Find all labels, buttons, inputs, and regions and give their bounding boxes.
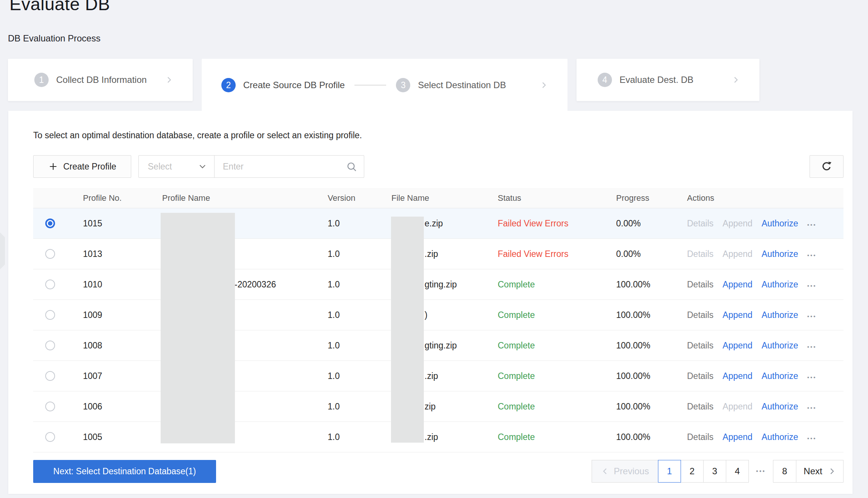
chevron-right-icon [540,81,548,89]
details-action[interactable]: Details [687,371,713,381]
search-field-wrap [215,156,364,177]
append-action[interactable]: Append [722,280,752,290]
append-action[interactable]: Append [722,341,752,351]
step-2-label: Create Source DB Profile [243,80,345,90]
more-actions-icon[interactable]: ••• [807,372,817,380]
step-3[interactable]: 3 Select Destination DB [396,78,506,92]
chevron-right-icon [732,76,740,84]
row-actions: DetailsAppendAuthorize••• [687,218,843,229]
pagination-next-label: Next [804,466,822,477]
cell-progress: 100.00% [616,402,687,412]
more-actions-icon[interactable]: ••• [807,402,817,411]
more-actions-icon[interactable]: ••• [807,311,817,319]
details-action[interactable]: Details [687,280,713,290]
row-radio-1008[interactable] [45,341,55,350]
more-actions-icon[interactable]: ••• [807,250,817,258]
more-actions-icon[interactable]: ••• [807,219,817,228]
row-radio-1015[interactable] [45,218,55,228]
sidebar-collapse-handle[interactable] [0,232,5,269]
row-radio-1010[interactable] [45,280,55,289]
cell-progress: 100.00% [616,310,687,320]
section-label: DB Evaluation Process [8,33,100,44]
authorize-action[interactable]: Authorize [762,249,798,259]
col-profile-no: Profile No. [83,193,162,203]
more-actions-icon[interactable]: ••• [807,280,817,289]
cell-profile-no: 1015 [83,218,162,229]
pagination-page-3[interactable]: 3 [703,460,726,483]
append-action[interactable]: Append [722,310,752,320]
step-card-create-profile-select-destination: 2 Create Source DB Profile 3 Select Dest… [202,59,567,112]
table-row-profile-1009: 10091.0)Complete100.00%DetailsAppendAuth… [33,300,843,330]
pagination-page-1[interactable]: 1 [658,460,681,483]
row-actions: DetailsAppendAuthorize••• [687,310,843,320]
pagination-page-2[interactable]: 2 [681,460,704,483]
cell-progress: 100.00% [616,280,687,290]
step-4: 4 Evaluate Dest. DB [598,73,693,87]
search-input[interactable] [215,156,364,177]
file-name-fragment: .zip [425,249,438,259]
cell-version: 1.0 [328,310,391,320]
create-profile-button[interactable]: Create Profile [33,155,131,178]
authorize-action[interactable]: Authorize [762,341,798,351]
cell-version: 1.0 [328,432,391,442]
table-header-row: Profile No. Profile Name Version File Na… [33,188,843,208]
search-icon[interactable] [346,161,358,174]
toolbar: Create Profile Select [8,155,853,178]
authorize-action[interactable]: Authorize [762,218,798,229]
more-actions-icon[interactable]: ••• [807,433,817,441]
more-actions-icon[interactable]: ••• [807,341,817,350]
next-select-destination-button[interactable]: Next: Select Destination Database(1) [33,460,216,483]
radio-cell [33,402,83,411]
step-card-collect-db-information[interactable]: 1 Collect DB Information [8,59,193,101]
cell-version: 1.0 [328,341,391,351]
filter-type-select[interactable]: Select [139,156,215,177]
redaction-overlay-file-name [391,217,424,443]
row-actions: DetailsAppendAuthorize••• [687,341,843,351]
row-radio-1005[interactable] [45,432,55,442]
details-action[interactable]: Details [687,341,713,351]
authorize-action[interactable]: Authorize [762,371,798,381]
step-3-circle: 3 [396,78,410,92]
pagination-next-button[interactable]: Next [796,460,843,483]
details-action[interactable]: Details [687,402,713,412]
refresh-button[interactable] [810,155,843,178]
append-action[interactable]: Append [722,371,752,381]
filter-group: Select [138,155,364,178]
authorize-action[interactable]: Authorize [762,432,798,442]
row-actions: DetailsAppendAuthorize••• [687,249,843,259]
authorize-action[interactable]: Authorize [762,310,798,320]
details-action[interactable]: Details [687,310,713,320]
cell-profile-no: 1007 [83,371,162,381]
row-radio-1009[interactable] [45,310,55,320]
details-action[interactable]: Details [687,432,713,442]
step-card-evaluate-dest-db[interactable]: 4 Evaluate Dest. DB [577,59,759,101]
step-2-circle: 2 [221,78,236,92]
cell-profile-no: 1009 [83,310,162,320]
authorize-action[interactable]: Authorize [762,280,798,290]
table-row-profile-1005: 10051.0.zipComplete100.00%DetailsAppendA… [33,422,843,452]
col-progress: Progress [616,193,687,203]
pagination-page-4[interactable]: 4 [726,460,749,483]
step-4-label: Evaluate Dest. DB [620,75,693,85]
append-action[interactable]: Append [722,432,752,442]
file-name-fragment: gting.zip [425,341,457,350]
col-profile-name: Profile Name [162,193,328,203]
status-text: Complete [498,371,616,381]
authorize-action[interactable]: Authorize [762,402,798,412]
pagination-page-8[interactable]: 8 [773,460,796,483]
radio-cell [33,432,83,442]
row-radio-1006[interactable] [45,402,55,411]
cell-version: 1.0 [328,402,391,412]
status-text: Failed View Errors [498,218,616,229]
details-action: Details [687,218,713,229]
profiles-table: Profile No. Profile Name Version File Na… [33,188,843,452]
pagination-previous-button[interactable]: Previous [592,460,658,483]
cell-progress: 0.00% [616,249,687,259]
row-radio-1007[interactable] [45,371,55,381]
step-2[interactable]: 2 Create Source DB Profile [221,78,345,92]
table-row-profile-1007: 10071.0.zipComplete100.00%DetailsAppendA… [33,361,843,391]
step-3-label: Select Destination DB [418,80,506,90]
row-radio-1013[interactable] [45,249,55,259]
status-text: Complete [498,280,616,290]
details-action: Details [687,249,713,259]
